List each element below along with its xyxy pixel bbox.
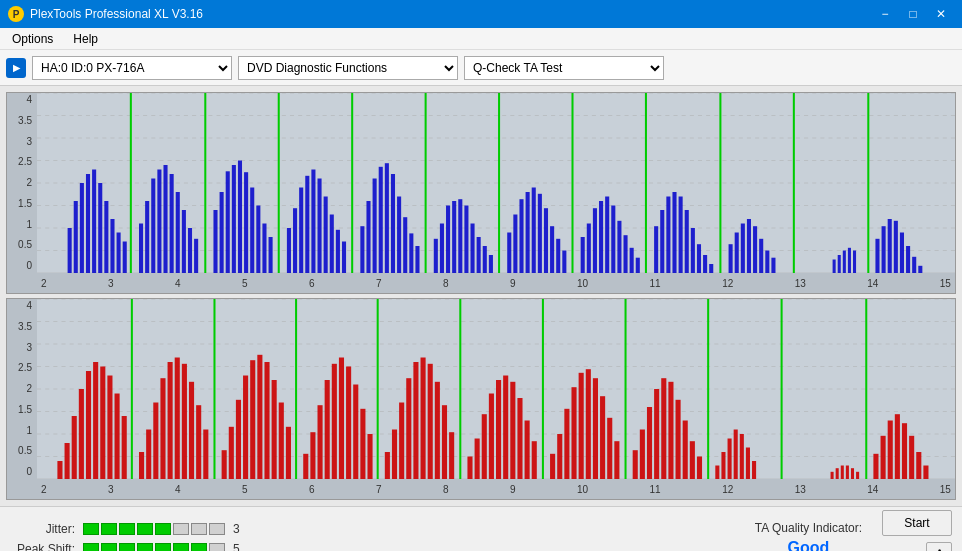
svg-rect-142	[72, 416, 77, 479]
start-button[interactable]: Start	[882, 510, 952, 536]
close-button[interactable]: ✕	[928, 4, 954, 24]
svg-rect-217	[633, 450, 638, 479]
svg-rect-196	[475, 439, 480, 480]
svg-rect-54	[366, 201, 370, 273]
svg-rect-62	[415, 246, 419, 273]
top-chart-x-axis: 2 3 4 5 6 7 8 9 10 11 12 13 14 15	[37, 273, 955, 293]
svg-rect-36	[244, 172, 248, 273]
svg-rect-120	[848, 248, 851, 273]
svg-rect-14	[98, 183, 102, 273]
svg-rect-15	[104, 201, 108, 273]
svg-rect-209	[571, 387, 576, 479]
jitter-seg-3	[119, 523, 135, 535]
svg-rect-230	[728, 439, 732, 480]
svg-rect-241	[856, 472, 859, 479]
function-select[interactable]: DVD Diagnostic Functions	[238, 56, 458, 80]
svg-rect-198	[489, 394, 494, 480]
svg-rect-17	[117, 233, 121, 274]
svg-rect-189	[421, 358, 426, 480]
svg-rect-202	[517, 398, 522, 479]
svg-rect-72	[483, 246, 487, 273]
minimize-button[interactable]: −	[872, 4, 898, 24]
peak-shift-row: Peak Shift: 5	[10, 542, 715, 551]
bottom-chart-y-axis: 4 3.5 3 2.5 2 1.5 1 0.5 0	[7, 299, 37, 479]
svg-rect-32	[220, 192, 224, 273]
svg-rect-88	[593, 208, 597, 273]
svg-rect-38	[256, 206, 260, 274]
svg-rect-28	[188, 228, 192, 273]
svg-rect-43	[293, 208, 297, 273]
menu-options[interactable]: Options	[4, 30, 61, 48]
svg-rect-147	[107, 376, 112, 480]
info-button[interactable]: ℹ	[926, 542, 952, 551]
title-bar: P PlexTools Professional XL V3.16 − □ ✕	[0, 0, 962, 28]
svg-rect-222	[668, 382, 673, 479]
svg-rect-140	[57, 461, 62, 479]
svg-rect-71	[477, 237, 481, 273]
svg-rect-232	[740, 434, 744, 479]
svg-rect-188	[413, 362, 418, 479]
svg-rect-33	[226, 171, 230, 273]
svg-rect-249	[916, 452, 921, 479]
svg-rect-166	[250, 360, 255, 479]
svg-rect-145	[93, 362, 98, 479]
title-bar-left: P PlexTools Professional XL V3.16	[8, 6, 203, 22]
bottom-panel: Jitter: 3 Peak Shift:	[0, 506, 962, 551]
svg-rect-73	[489, 255, 493, 273]
svg-rect-214	[607, 418, 612, 479]
svg-rect-129	[912, 257, 916, 273]
svg-rect-81	[544, 208, 548, 273]
svg-rect-48	[324, 197, 328, 274]
svg-rect-184	[385, 452, 390, 479]
svg-rect-234	[752, 461, 756, 479]
svg-rect-10	[74, 201, 78, 273]
svg-rect-109	[735, 233, 739, 274]
svg-rect-160	[203, 430, 208, 480]
svg-rect-77	[519, 199, 523, 273]
svg-rect-190	[428, 364, 433, 479]
title-bar-controls: − □ ✕	[872, 4, 954, 24]
svg-rect-56	[379, 167, 383, 273]
svg-rect-154	[160, 378, 165, 479]
svg-rect-226	[697, 457, 702, 480]
quality-area: TA Quality Indicator: Good	[755, 521, 862, 551]
svg-rect-193	[449, 432, 454, 479]
svg-rect-67	[452, 201, 456, 273]
test-select[interactable]: Q-Check TA Test	[464, 56, 664, 80]
svg-rect-65	[440, 224, 444, 274]
start-area: Start ℹ	[882, 510, 952, 551]
svg-rect-174	[310, 432, 315, 479]
svg-rect-46	[311, 170, 315, 274]
svg-rect-118	[838, 255, 841, 273]
svg-rect-151	[139, 452, 144, 479]
svg-rect-123	[875, 239, 879, 273]
svg-rect-179	[346, 367, 351, 480]
svg-rect-152	[146, 430, 151, 480]
svg-rect-149	[122, 416, 127, 479]
svg-rect-13	[92, 170, 96, 274]
svg-rect-200	[503, 376, 508, 480]
maximize-button[interactable]: □	[900, 4, 926, 24]
svg-rect-185	[392, 430, 397, 480]
svg-rect-111	[747, 219, 751, 273]
svg-rect-203	[525, 421, 530, 480]
top-chart-area	[37, 93, 955, 273]
peak-shift-meter	[83, 543, 225, 551]
svg-rect-93	[624, 235, 628, 273]
svg-rect-130	[918, 266, 922, 273]
svg-rect-157	[182, 364, 187, 479]
svg-rect-153	[153, 403, 158, 480]
svg-rect-23	[157, 170, 161, 274]
svg-rect-168	[264, 362, 269, 479]
svg-rect-164	[236, 400, 241, 479]
svg-rect-191	[435, 382, 440, 479]
svg-rect-175	[318, 405, 323, 479]
svg-rect-50	[336, 230, 340, 273]
drive-select[interactable]: HA:0 ID:0 PX-716A	[32, 56, 232, 80]
svg-rect-58	[391, 174, 395, 273]
menu-help[interactable]: Help	[65, 30, 106, 48]
svg-rect-163	[229, 427, 234, 479]
svg-rect-124	[882, 226, 886, 273]
svg-rect-247	[902, 423, 907, 479]
svg-rect-186	[399, 403, 404, 480]
